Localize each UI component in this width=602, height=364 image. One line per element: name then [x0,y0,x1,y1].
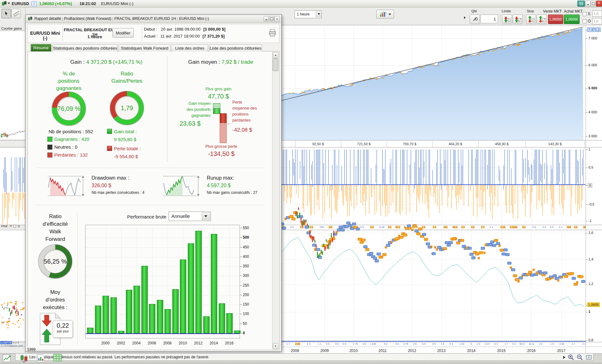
mini-page-icon[interactable] [13,224,16,228]
mini-price-dot [18,320,19,321]
mini-close-icon[interactable] [17,225,20,228]
osc-bar-orange [473,185,474,216]
modify-button[interactable]: Modifier [112,28,134,38]
osc-bar-orange [537,185,537,209]
stop-sell-order-button[interactable] [526,15,536,24]
osc-bar-blue [368,150,368,184]
ruler-tool-button[interactable] [11,9,21,18]
osc-bar-orange [581,185,581,208]
stop-checkbox[interactable] [582,12,587,16]
wf-segment-separator [341,141,341,147]
panel-expander-arrow[interactable] [464,16,466,19]
stop-buy-order-button[interactable] [537,15,547,24]
objective-checkbox[interactable] [582,19,587,23]
limit-buy-order-button[interactable] [513,15,523,24]
axis-tick [586,185,587,186]
panel-label-price[interactable]: Prix [1,224,7,228]
tab-statistiques-walk-forward[interactable]: Statistiques Walk Forward [119,45,170,51]
osc-bar-orange [338,185,338,199]
osc-bar-blue [485,150,485,184]
wf-segment-separator [432,141,433,147]
panel-label-equity[interactable]: Courbe gains [1,27,24,30]
dialog-close-button[interactable]: × [274,16,280,21]
osc-bar-blue [578,161,579,186]
stop-price-input[interactable]: 1,0 [592,10,602,17]
dialog-maximize-button[interactable] [269,16,274,21]
print-icon[interactable] [268,29,277,37]
osc-bar-orange [414,185,414,193]
workspace-grid-button[interactable] [577,1,585,7]
report-page-icon[interactable] [37,354,45,363]
dialog-minimize-button[interactable] [264,16,269,21]
tab-statistiques-des-positions-cl-tur-es[interactable]: Statistiques des positions clôturées [52,45,118,51]
avg-loss-value: -42,08 $ [232,127,252,133]
osc-bar-orange [495,185,495,197]
osc-bar-orange [485,185,485,191]
mini-price-dot [7,327,9,329]
symbol-dropdown-arrow[interactable] [8,3,10,4]
osc-bar-orange [410,185,410,213]
osc-bar-blue [528,160,528,175]
perf-period-select[interactable]: Annuelle [169,212,211,221]
tick-strip-token: 5 1 [388,226,391,229]
bottom-taskbar [0,361,602,364]
fit-screen-icon[interactable] [586,354,592,361]
timeframe-select[interactable]: 1 heure [295,10,322,18]
tab-liste-des-ordres[interactable]: Liste des ordres [171,45,208,51]
osc-bar-blue [476,150,476,184]
scroll-up-button[interactable]: ▲ [273,52,278,58]
scroll-right-icon[interactable] [563,356,565,359]
osc-bar-blue [504,165,504,190]
linked-candles-icon[interactable] [20,354,28,363]
minimize-window-button[interactable] [585,1,591,7]
info-icon[interactable]: i [32,1,37,6]
year-gridline [531,148,532,225]
tab-liste-des-positions-cl-tur-es[interactable]: Liste des positions clôturées [209,45,262,51]
mini-oscillator-panel [0,148,25,225]
open-chart-icon[interactable] [3,354,11,363]
scroll-down-button[interactable]: ▼ [273,343,278,349]
pointer-tool-button[interactable] [2,9,11,18]
buy-mkt-button[interactable]: 1,06056 [564,15,580,24]
zoom-out-icon[interactable] [577,354,583,361]
mini-price-dot [6,324,7,325]
mini-wrench-icon[interactable] [9,224,12,228]
mini-price-dot [13,323,14,324]
osc-bar-orange [562,185,563,208]
zoom-in-icon[interactable] [568,354,574,361]
price-marker-orange [570,272,574,275]
osc-bar-blue [463,150,463,184]
tick-strip-token: 9 [470,343,472,345]
osc-bar-blue [461,150,461,184]
order-settings-button[interactable] [470,15,480,24]
osc-bar-blue [359,150,359,184]
chart-style-button[interactable] [376,10,394,19]
price-marker-blue [581,280,585,283]
year-label: 2012 [406,349,418,353]
osc-bar-orange [512,185,512,214]
scrollbar-thumb[interactable] [273,58,278,71]
perf-ytick [240,266,242,266]
objective-price-input[interactable]: 1,0 [592,18,602,24]
dialog-scrollbar[interactable]: ▲ ▼ [272,52,278,349]
mini-price-dot [23,319,24,321]
maximize-window-button[interactable] [591,1,596,7]
osc-bar-orange [307,185,308,206]
tab-r-sum-[interactable]: Résumé [31,44,51,51]
limit-sell-order-button[interactable] [502,15,512,24]
price-marker-blue [471,256,475,259]
stop-label: Stop [521,9,540,13]
dialog-title-bar[interactable]: Rapport détaillé | ProBacktest (Walk For… [26,15,281,23]
close-window-button[interactable]: × [596,1,602,7]
green-table-icon[interactable] [53,354,62,362]
price-axis-gutter[interactable]: 7 371,27 0006 0005 0004 0003 00010,50-0,… [586,25,602,354]
wf-segment-value: 458,90 $ [486,142,518,146]
biggest-loss-label: Plus grosse perte [199,144,243,149]
sell-mkt-button[interactable]: 1,06050 [548,15,563,24]
symbol-label[interactable]: EURUSD [12,1,29,6]
qty-input[interactable]: 1 [480,15,498,23]
gain-bar-bright [213,108,220,114]
osc-bar-blue [553,150,553,184]
perf-bar [157,300,163,333]
osc-bar-orange [442,185,442,205]
